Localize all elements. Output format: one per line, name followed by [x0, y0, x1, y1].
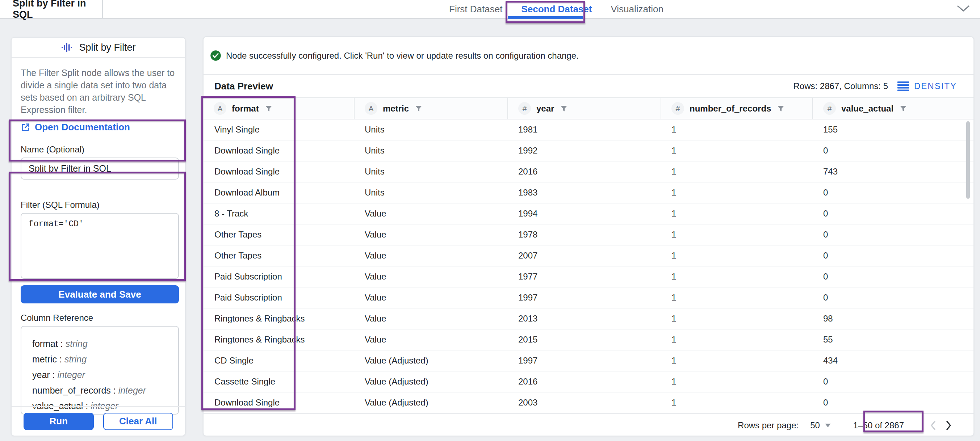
cell-format: Other Tapes	[204, 245, 354, 266]
cell-format: Paid Subscription	[204, 266, 354, 287]
cell-metric: Value	[354, 266, 508, 287]
clear-all-button[interactable]: Clear All	[103, 413, 173, 430]
tab-visualization[interactable]: Visualization	[611, 4, 663, 15]
cell-year: 2016	[508, 161, 660, 182]
table-row: Download Single Units 1992 1 0	[204, 140, 974, 161]
cell-value-actual: 0	[812, 245, 975, 266]
open-documentation-link[interactable]: Open Documentation	[21, 122, 176, 133]
column-header-number-of-records: # number_of_records	[660, 98, 812, 119]
cell-metric: Value	[354, 330, 508, 350]
cell-metric: Value (Adjusted)	[354, 392, 508, 413]
node-config-panel: Split by Filter The Filter Split node al…	[11, 37, 186, 436]
cell-year: 2007	[508, 245, 660, 266]
column-header-format: A format	[204, 98, 354, 119]
cell-number-of-records: 1	[660, 330, 812, 350]
cell-metric: Value	[354, 309, 508, 329]
cell-number-of-records: 1	[660, 119, 812, 140]
evaluate-and-save-button[interactable]: Evaluate and Save	[21, 285, 179, 303]
tab-first-dataset[interactable]: First Dataset	[449, 4, 502, 15]
cell-year: 1997	[508, 288, 660, 308]
name-input[interactable]	[21, 158, 179, 180]
rows-per-page-label: Rows per page:	[738, 420, 799, 430]
node-title: Split by Filter in SQL	[0, 0, 103, 18]
node-config-title: Split by Filter	[79, 42, 135, 53]
density-toggle[interactable]: DENSITY	[897, 81, 957, 91]
cell-value-actual: 0	[812, 266, 975, 287]
collapse-panel-button[interactable]	[956, 4, 970, 14]
node-config-footer: Run Clear All	[11, 406, 185, 436]
cell-number-of-records: 1	[660, 183, 812, 203]
table-row: Download Single Value (Adjusted) 2003 1 …	[204, 392, 974, 414]
active-tab-underline	[508, 16, 583, 19]
open-documentation-label: Open Documentation	[35, 122, 130, 133]
chevron-down-icon	[956, 4, 970, 13]
cell-year: 2003	[508, 392, 660, 413]
number-type-icon: #	[823, 102, 836, 115]
cell-value-actual: 434	[812, 350, 975, 371]
column-separator: :	[111, 385, 118, 395]
rows-per-page-select[interactable]: 50	[810, 420, 831, 430]
cell-metric: Units	[354, 161, 508, 182]
status-row: Node successfully configured. Click 'Run…	[204, 37, 974, 75]
cell-number-of-records: 1	[660, 371, 812, 392]
cell-year: 1992	[508, 140, 660, 161]
cell-value-actual: 155	[812, 119, 975, 140]
dataset-tabs: First Dataset Second Dataset Visualizati…	[449, 0, 663, 18]
node-config-header: Split by Filter	[11, 38, 185, 58]
cell-year: 1978	[508, 224, 660, 245]
cell-number-of-records: 1	[660, 309, 812, 329]
column-name: year	[32, 370, 50, 380]
sql-formula-input[interactable]: format='CD'	[21, 213, 179, 279]
table-row: CD Single Value (Adjusted) 1997 1 434	[204, 350, 974, 371]
cell-metric: Units	[354, 119, 508, 140]
cell-value-actual: 0	[812, 371, 975, 392]
run-button[interactable]: Run	[24, 413, 94, 430]
data-preview-bar: Data Preview Rows: 2867, Columns: 5 DENS…	[204, 75, 974, 97]
cell-metric: Value	[354, 204, 508, 224]
column-reference-item: number_of_records : integer	[32, 383, 178, 398]
column-name: metric	[32, 354, 57, 364]
table-header-row: A format A metric # year # number_of_rec…	[204, 97, 974, 119]
filter-funnel-icon[interactable]	[776, 104, 785, 113]
cell-format: Vinyl Single	[204, 119, 354, 140]
cell-year: 1994	[508, 204, 660, 224]
table-row: Download Album Units 1983 1 0	[204, 183, 974, 204]
column-name: format	[32, 339, 58, 349]
column-type: string	[64, 354, 87, 364]
filter-funnel-icon[interactable]	[560, 104, 568, 113]
column-reference-box: format : stringmetric : stringyear : int…	[21, 326, 179, 415]
cell-value-actual: 0	[812, 204, 975, 224]
previous-page-button[interactable]	[925, 417, 941, 433]
cell-format: Download Single	[204, 140, 354, 161]
vertical-scrollbar-thumb[interactable]	[966, 121, 970, 199]
column-reference-item: metric : string	[32, 352, 178, 367]
cell-metric: Units	[354, 140, 508, 161]
column-reference-label: Column Reference	[21, 313, 176, 323]
cell-number-of-records: 1	[660, 288, 812, 308]
filter-funnel-icon[interactable]	[414, 104, 423, 113]
cell-value-actual: 0	[812, 392, 975, 413]
rows-per-page-value: 50	[810, 420, 820, 430]
cell-format: Paid Subscription	[204, 288, 354, 308]
rows-columns-summary: Rows: 2867, Columns: 5	[794, 81, 888, 91]
status-message: Node successfully configured. Click 'Run…	[226, 51, 579, 61]
number-type-icon: #	[671, 102, 684, 115]
cell-format: 8 - Track	[204, 204, 354, 224]
number-type-icon: #	[518, 102, 531, 115]
chevron-left-icon	[930, 420, 936, 430]
cell-format: Cassette Single	[204, 371, 354, 392]
cell-format: Download Album	[204, 183, 354, 203]
string-type-icon: A	[365, 102, 377, 115]
cell-year: 2016	[508, 371, 660, 392]
node-description: The Filter Split node allows the user to…	[21, 67, 176, 116]
top-header-bar: Split by Filter in SQL First Dataset Sec…	[0, 0, 980, 19]
table-row: Other Tapes Value 2007 1 0	[204, 245, 974, 266]
filter-funnel-icon[interactable]	[264, 104, 273, 113]
next-page-button[interactable]	[941, 417, 957, 433]
filter-funnel-icon[interactable]	[899, 104, 908, 113]
cell-format: Ringtones & Ringbacks	[204, 309, 354, 329]
column-separator: :	[57, 354, 64, 364]
column-header-year: # year	[508, 98, 660, 119]
cell-year: 1981	[508, 119, 660, 140]
tab-second-dataset[interactable]: Second Dataset	[521, 4, 592, 15]
